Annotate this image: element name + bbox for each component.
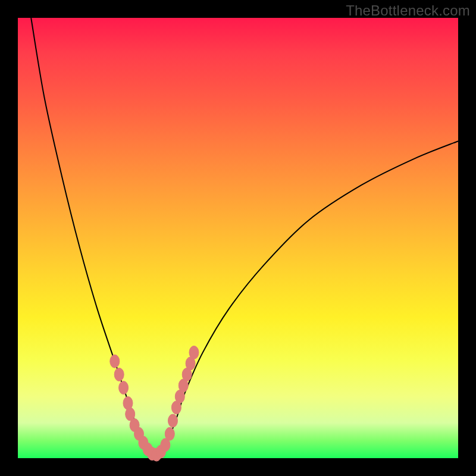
marker-point bbox=[119, 381, 129, 394]
chart-overlay-svg bbox=[18, 18, 458, 458]
marker-point bbox=[165, 427, 174, 440]
highlight-markers bbox=[110, 346, 199, 461]
plot-area bbox=[18, 18, 458, 458]
marker-point bbox=[168, 414, 177, 427]
bottleneck-curve bbox=[31, 18, 458, 455]
chart-stage: TheBottleneck.com bbox=[0, 0, 476, 476]
marker-point bbox=[110, 355, 120, 368]
marker-point bbox=[114, 368, 124, 381]
marker-point bbox=[189, 346, 199, 359]
watermark-text: TheBottleneck.com bbox=[346, 2, 470, 19]
